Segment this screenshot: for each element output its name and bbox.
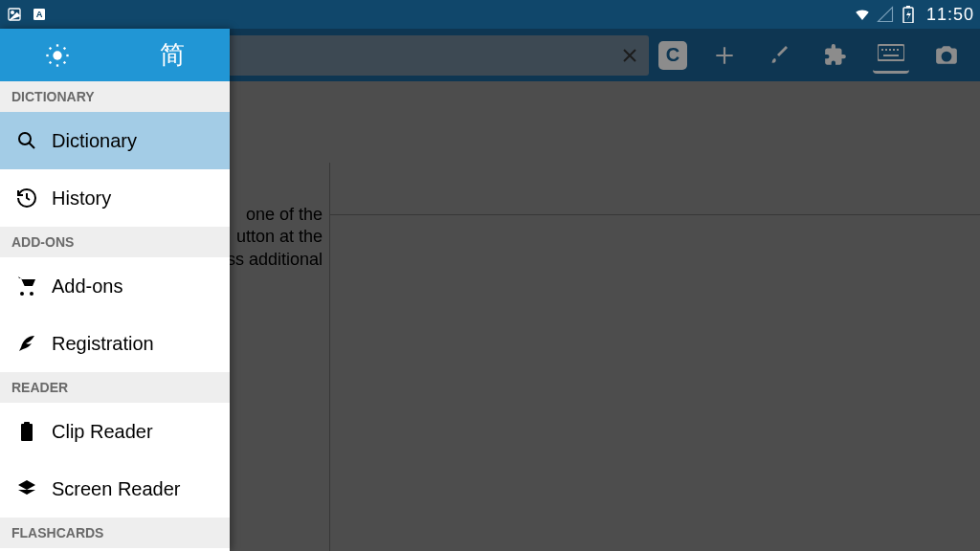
- drawer-item-label: Dictionary: [52, 130, 137, 152]
- status-clock: 11:50: [926, 5, 974, 25]
- svg-point-23: [19, 133, 31, 144]
- section-header-reader: READER: [0, 372, 230, 403]
- quill-icon: [13, 330, 40, 357]
- cart-icon: [13, 273, 40, 299]
- svg-rect-25: [21, 424, 33, 441]
- drawer-item-history[interactable]: History: [0, 169, 230, 227]
- section-header-flashcards: FLASHCARDS: [0, 518, 230, 548]
- drawer-item-label: History: [52, 187, 111, 209]
- layers-icon: [13, 475, 40, 502]
- section-header-dictionary: DICTIONARY: [0, 81, 230, 112]
- svg-rect-26: [24, 422, 30, 426]
- svg-point-14: [53, 51, 61, 59]
- section-header-addons: ADD-ONS: [0, 227, 230, 257]
- search-icon: [13, 127, 40, 154]
- svg-line-22: [64, 47, 66, 49]
- wifi-icon: [854, 6, 871, 23]
- svg-point-1: [11, 11, 14, 14]
- language-toggle-button[interactable]: 简: [115, 29, 230, 81]
- drawer-item-clip-reader[interactable]: Clip Reader: [0, 403, 230, 460]
- notification-image-icon: [6, 6, 23, 23]
- status-bar: A 11:50: [0, 0, 980, 29]
- theme-toggle-button[interactable]: [0, 29, 115, 81]
- drawer-item-label: Add-ons: [52, 276, 123, 298]
- svg-text:A: A: [36, 10, 43, 19]
- drawer-item-label: Screen Reader: [52, 478, 181, 500]
- drawer-item-screen-reader[interactable]: Screen Reader: [0, 460, 230, 518]
- drawer-item-label: Clip Reader: [52, 421, 153, 443]
- svg-rect-5: [906, 6, 910, 8]
- drawer-item-registration[interactable]: Registration: [0, 315, 230, 372]
- drawer-item-addons[interactable]: Add-ons: [0, 257, 230, 315]
- svg-line-17: [50, 47, 52, 49]
- battery-charging-icon: [900, 6, 917, 23]
- drawer-header: 简: [0, 29, 230, 81]
- signal-icon: [877, 6, 894, 23]
- navigation-drawer: 简 DICTIONARY Dictionary History ADD-ONS …: [0, 29, 230, 551]
- svg-line-18: [64, 61, 66, 63]
- history-icon: [13, 185, 40, 211]
- svg-line-24: [30, 143, 35, 149]
- drawer-item-label: Registration: [52, 333, 154, 355]
- notification-a-icon: A: [31, 6, 48, 23]
- svg-line-21: [50, 61, 52, 63]
- clipboard-icon: [13, 418, 40, 445]
- sun-icon: [44, 42, 71, 69]
- drawer-item-dictionary[interactable]: Dictionary: [0, 112, 230, 169]
